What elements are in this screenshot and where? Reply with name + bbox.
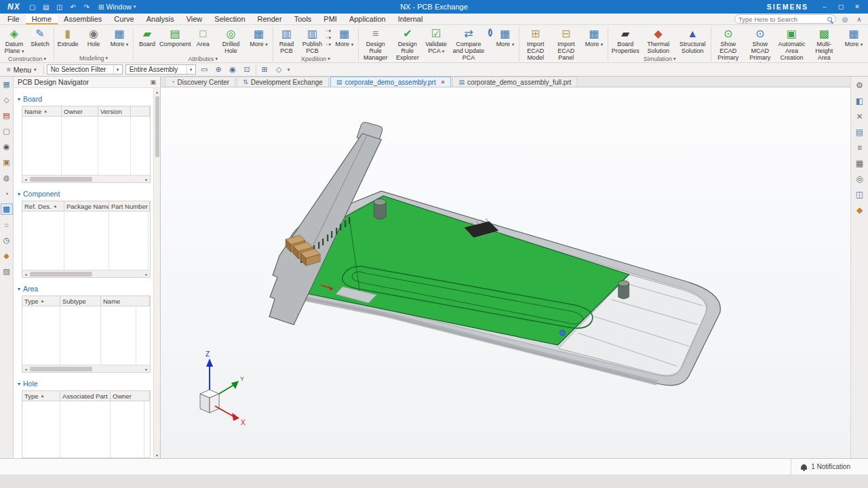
panel-options-icon[interactable]: ▣ (150, 79, 156, 85)
import-ecad-panel-button[interactable]: ⊟ Import ECAD Panel (551, 26, 581, 62)
ribbon-group-label-xpedition[interactable]: Xpedition▾ (274, 55, 357, 62)
notification-button[interactable]: 1 Notification (791, 459, 860, 474)
tab-assemblies[interactable]: Assemblies (58, 14, 108, 24)
target-icon[interactable]: ◎ (854, 174, 866, 184)
scroll-left-icon[interactable]: ◂ (22, 272, 29, 277)
grid-icon[interactable]: ▦ (854, 158, 866, 169)
hole-button[interactable]: ◉ Hole (81, 26, 106, 48)
pcb-design-navigator-icon[interactable]: ▩ (1, 204, 12, 214)
scroll-left-icon[interactable]: ◂ (22, 367, 29, 371)
column-header[interactable]: Part Number (109, 201, 150, 211)
hole-section-header[interactable]: ▾ Hole (14, 378, 153, 389)
scroll-up-icon[interactable]: ▴ (156, 88, 158, 95)
selection-filter-dropdown[interactable]: No Selection Filter ▾ (47, 64, 123, 75)
valor-more-button[interactable]: ▦ More ▾ (581, 26, 607, 49)
close-button[interactable]: ✕ (849, 1, 865, 13)
close-icon[interactable]: ✕ (854, 111, 866, 122)
tab-view[interactable]: View (180, 14, 209, 24)
column-header[interactable]: Associated Part (60, 391, 111, 401)
bell-icon[interactable]: ◉ (1, 142, 12, 152)
show-mcad-primary-pin-button[interactable]: ⊙ Show MCAD Primary Pin (744, 26, 776, 63)
paint-icon[interactable]: ◆ (854, 205, 866, 216)
tab-development-exchange[interactable]: ⇅ Development Exchange (237, 77, 329, 87)
tab-file[interactable]: File (1, 14, 26, 24)
modeling-more-button[interactable]: ▦ More ▾ (106, 26, 132, 49)
xpedition-mini-button-2[interactable]: ▫▾ (326, 35, 331, 41)
snap-center-icon[interactable]: ◉ (227, 64, 239, 75)
hd3d-tools-icon[interactable]: ▣ (1, 157, 12, 167)
board-properties-button[interactable]: ▰ Board Properties (609, 26, 642, 55)
new-file-icon[interactable]: ▢ (26, 1, 39, 12)
list-icon[interactable]: ≡ (854, 142, 866, 153)
publish-pcb-button[interactable]: ▥ Publish PCB (300, 26, 326, 55)
tab-application[interactable]: Application (343, 14, 392, 24)
board-section-header[interactable]: ▾ Board (14, 94, 153, 104)
tab-curve[interactable]: Curve (108, 14, 140, 24)
horizontal-scrollbar[interactable]: ◂ ▸ (22, 175, 150, 182)
structural-solution-button[interactable]: ▲ Structural Solution (675, 26, 710, 55)
column-header[interactable]: Package Name (64, 201, 109, 211)
scrollbar-thumb[interactable] (30, 177, 92, 182)
snap-grid-icon[interactable]: ⊞ (259, 64, 271, 75)
cube-icon[interactable]: ◧ (854, 96, 866, 106)
redo-icon[interactable]: ↷ (81, 1, 93, 12)
read-pcb-button[interactable]: ▥ Read PCB (274, 26, 300, 55)
tools-more-button[interactable]: ▦ More ▾ (841, 26, 867, 49)
roles-icon[interactable]: ◆ (1, 251, 12, 261)
column-header[interactable]: Subtype (60, 296, 101, 306)
tab-discovery-center[interactable]: ◔ Discovery Center (165, 77, 235, 87)
ribbon-group-label-simulation[interactable]: Simulation▾ (609, 55, 710, 62)
validate-pca-button[interactable]: ☑ Validate PCA ▾ (423, 26, 449, 56)
search-icon[interactable] (827, 17, 832, 22)
snap-point-icon[interactable]: ⊕ (213, 64, 224, 75)
tab-corporate-demo-assembly[interactable]: ▤ corporate_demo_assembly.prt ✕ (330, 77, 452, 87)
column-header[interactable]: Type▲ (22, 391, 60, 401)
undo-icon[interactable]: ↶ (67, 1, 79, 12)
selection-scope-dropdown[interactable]: Entire Assembly ▾ (125, 64, 196, 75)
scroll-left-icon[interactable]: ◂ (22, 177, 29, 182)
horizontal-scrollbar[interactable]: ◂ ▸ (22, 365, 150, 372)
tab-corporate-demo-assembly-full[interactable]: ▤ corporate_demo_assembly_full.prt (452, 77, 577, 87)
open-icon[interactable]: ▤ (40, 1, 52, 12)
close-tab-icon[interactable]: ✕ (441, 79, 446, 85)
sketch-button[interactable]: ✎ Sketch (27, 26, 53, 48)
column-header[interactable]: Ref. Des.▲ (22, 201, 64, 211)
box-icon[interactable]: ◫ (854, 189, 866, 200)
area-section-header[interactable]: ▾ Area (14, 283, 153, 294)
layers-icon[interactable]: ▤ (854, 127, 866, 138)
scrollbar-thumb[interactable] (30, 367, 92, 371)
component-button[interactable]: ▤ Component (160, 26, 190, 48)
ribbon-group-label-construction[interactable]: Construction▾ (1, 56, 53, 62)
assembly-navigator-icon[interactable]: ▦ (1, 79, 12, 89)
gear-icon[interactable]: ⚙ (854, 80, 866, 91)
system-visualization-icon[interactable]: ▨ (1, 266, 12, 277)
thermal-solution-button[interactable]: ◆ Thermal Solution (642, 26, 675, 55)
3d-viewport[interactable]: Z Y X (161, 87, 850, 458)
navigator-vertical-scrollbar[interactable]: ▴ ▾ (153, 88, 160, 458)
constraint-navigator-icon[interactable]: ◇ (1, 95, 12, 105)
area-button[interactable]: □ Area (190, 26, 216, 48)
drilled-hole-button[interactable]: ◎ Drilled Hole (216, 26, 245, 55)
process-studio-icon[interactable]: ○ (1, 220, 12, 230)
part-navigator-icon[interactable]: ▤ (1, 110, 12, 121)
snap-midpoint-icon[interactable]: ⊡ (241, 64, 253, 75)
menu-button[interactable]: ≡ Menu ▾ (3, 64, 41, 75)
column-header[interactable]: Owner (111, 391, 150, 401)
select-rectangle-icon[interactable]: ▭ (199, 64, 210, 75)
show-ecad-primary-pin-button[interactable]: ⊙ Show ECAD Primary Pin (712, 26, 744, 63)
compare-update-pca-button[interactable]: ⇄ Compare and Update PCA (449, 26, 488, 62)
column-header[interactable]: Name (101, 296, 150, 306)
save-icon[interactable]: ◫ (54, 1, 66, 12)
tab-internal[interactable]: Internal (392, 14, 429, 24)
tab-tools[interactable]: Tools (288, 14, 318, 24)
tab-home[interactable]: Home (26, 14, 58, 24)
ribbon-group-label-attributes[interactable]: Attributes▾ (134, 55, 272, 62)
design-rule-manager-button[interactable]: ≡ Design Rule Manager (359, 26, 392, 62)
minimize-ribbon-icon[interactable]: ∧ (854, 14, 865, 24)
automatic-area-creation-button[interactable]: ▣ Automatic Area Creation (776, 26, 807, 62)
import-ecad-model-button[interactable]: ⊞ Import ECAD Model (520, 26, 551, 62)
board-button[interactable]: ▰ Board (134, 26, 160, 48)
scroll-right-icon[interactable]: ▸ (143, 272, 150, 277)
xpedition-mini-button-3[interactable]: ▫▾ (326, 41, 331, 47)
column-header[interactable]: Owner (62, 106, 98, 116)
